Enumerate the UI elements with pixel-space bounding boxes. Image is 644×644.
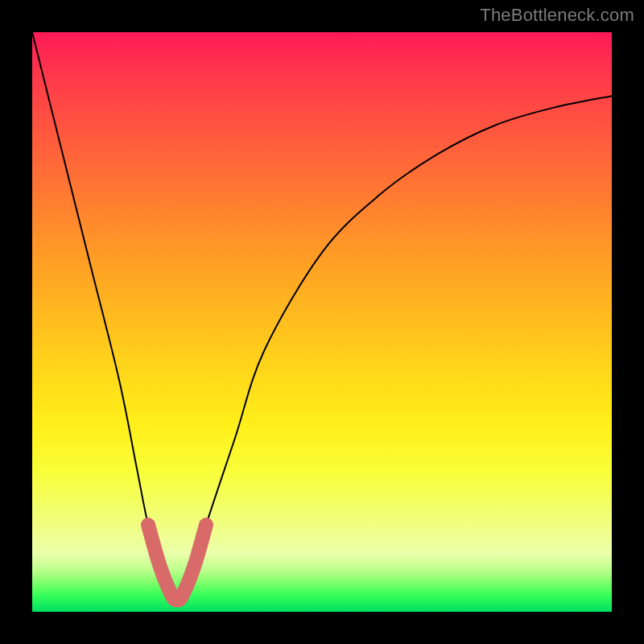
chart-frame: TheBottleneck.com xyxy=(0,0,644,644)
curve-layer xyxy=(32,32,612,612)
watermark-text: TheBottleneck.com xyxy=(480,5,634,26)
bottleneck-curve xyxy=(32,32,612,601)
optimal-range-highlight xyxy=(148,525,206,601)
plot-area xyxy=(32,32,612,612)
